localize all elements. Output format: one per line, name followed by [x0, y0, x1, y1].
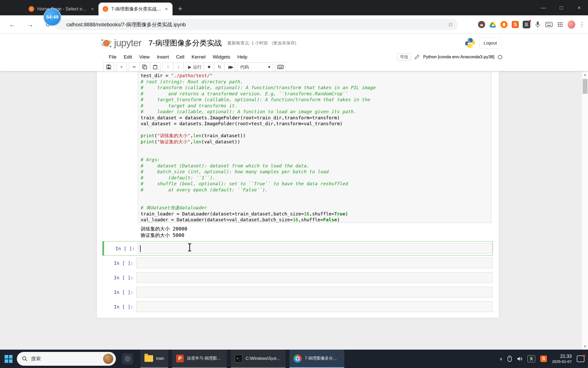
move-cell-up-button[interactable]: ↑ — [163, 62, 173, 72]
notebook-scroll-area[interactable]: test_dir = "./patho/test/"# root (string… — [0, 71, 588, 350]
empty-cell[interactable]: In [ ]: — [102, 256, 493, 270]
pinned-app-icon[interactable] — [122, 353, 133, 364]
taskbar-search-box[interactable]: 搜索 — [17, 352, 116, 366]
start-button[interactable] — [0, 350, 17, 368]
back-button[interactable]: ← — [7, 19, 18, 30]
jupyter-menubar: File Edit View Insert Cell Kernel Widget… — [0, 52, 588, 62]
kernel-name[interactable]: Python [conda env:Anaconda3-py38] — [423, 54, 494, 60]
url-text: calhost:8888/notebooks/7-病理图像多分类实战.ipynb — [66, 21, 448, 28]
scrollbar-up-arrow[interactable]: ▲ — [582, 71, 588, 78]
console-icon: >_ — [235, 355, 242, 362]
cell-prompt: In [ ]: — [103, 260, 136, 266]
taskbar-app-powerpoint[interactable]: P 深度学习-病理图像... — [172, 350, 227, 368]
cell-type-dropdown[interactable]: 代码 ▾ — [237, 62, 273, 72]
menu-insert[interactable]: Insert — [153, 53, 173, 61]
sogou-icon[interactable]: S — [512, 21, 519, 28]
new-tab-button[interactable]: + — [175, 3, 186, 14]
taskbar-clock[interactable]: 21:33 2025-01-07 — [552, 353, 572, 364]
profile-avatar[interactable] — [568, 20, 575, 29]
tray-ime-badge[interactable]: 英 — [528, 355, 535, 362]
menu-help[interactable]: Help — [234, 53, 251, 61]
tab-notebook[interactable]: 7-病理图像多分类实战 - Jupyt… × — [99, 3, 173, 15]
scrollbar[interactable]: ▲ ▼ — [582, 71, 588, 350]
tray-volume-icon[interactable] — [517, 356, 522, 361]
cell-input[interactable] — [136, 301, 493, 312]
jupyter-toolbar: + ✂ ↑ ↓ ▶ 运行 ■ ↻ ▶▶ — [0, 62, 588, 72]
address-bar[interactable]: calhost:8888/notebooks/7-病理图像多分类实战.ipynb… — [55, 19, 458, 30]
restart-run-all-button[interactable]: ▶▶ — [225, 62, 235, 72]
screen: Home Page - Select or create × 7-病理图像多分类… — [0, 0, 588, 368]
ime-language-badge[interactable]: 英 — [523, 21, 530, 28]
browser-toolbar: ← → ↻ calhost:8888/notebooks/7-病理图像多分类实战… — [0, 15, 588, 34]
cell-prompt: In [ ]: — [103, 290, 136, 295]
interrupt-kernel-button[interactable]: ■ — [204, 62, 214, 72]
extension-flame-icon[interactable] — [500, 21, 508, 28]
empty-cell[interactable]: In [ ]: — [102, 270, 493, 285]
text-caret — [140, 245, 141, 252]
scrollbar-down-arrow[interactable]: ▼ — [582, 343, 588, 350]
menu-file[interactable]: File — [105, 53, 120, 61]
command-palette-button[interactable] — [275, 62, 286, 72]
empty-cell[interactable]: In [ ]: — [102, 285, 493, 299]
search-highlight-image[interactable] — [103, 354, 113, 364]
paste-cell-button[interactable] — [150, 62, 161, 72]
code-cell-input[interactable]: test_dir = "./patho/test/"# root (string… — [138, 71, 492, 223]
taskbar-app-console[interactable]: >_ C:\Windows\Syste... — [231, 350, 286, 368]
menu-kernel[interactable]: Kernel — [188, 53, 209, 61]
tray-mouse-icon[interactable] — [508, 356, 512, 362]
windows-logo-icon — [5, 355, 13, 363]
close-button[interactable]: × — [570, 0, 588, 15]
empty-cell-selected[interactable]: In [ ]: — [102, 241, 493, 256]
tab-title: 7-病理图像多分类实战 - Jupyt… — [111, 6, 161, 12]
tab-close-icon[interactable]: × — [90, 6, 94, 12]
tab-home-page[interactable]: Home Page - Select or create × — [24, 3, 99, 15]
notification-center-icon[interactable] — [577, 355, 584, 362]
save-button[interactable] — [103, 62, 114, 72]
empty-cell[interactable]: In [ ]: — [102, 300, 493, 314]
taskbar-app-chrome[interactable]: 7-病理图像多分类... — [289, 350, 344, 368]
jupyter-header: jupyter 7-病理图像多分类实战 最新检查点: 1 小时前 (更改未保存)… — [0, 34, 588, 71]
extension-paw-icon[interactable] — [478, 21, 485, 28]
apps-grid-icon[interactable] — [556, 21, 564, 28]
clock-date: 2025-01-07 — [552, 359, 572, 364]
jupyter-logo-row: jupyter 7-病理图像多分类实战 最新检查点: 1 小时前 (更改未保存)… — [0, 34, 588, 52]
browser-menu-icon[interactable]: ⋮ — [579, 21, 585, 28]
extension-drive-icon[interactable] — [489, 21, 497, 28]
move-cell-down-button[interactable]: ↓ — [173, 62, 184, 72]
menu-view[interactable]: View — [136, 53, 153, 61]
minimize-button[interactable]: — — [534, 0, 552, 15]
bookmark-star-icon[interactable]: ☆ — [448, 21, 453, 28]
edit-pencil-icon — [414, 54, 420, 60]
system-tray: ∧ 英 S 21:33 2025-01-07 — [499, 350, 588, 368]
windows-taskbar: 搜索 train P 深度学习-病理图像... >_ C:\Windows\Sy… — [0, 350, 588, 368]
cell-input[interactable] — [136, 258, 493, 268]
recording-timer-badge[interactable]: 54:49 — [43, 8, 61, 26]
keyboard-icon[interactable] — [545, 21, 553, 28]
menu-widgets[interactable]: Widgets — [209, 53, 234, 61]
trusted-badge[interactable]: 可信 — [397, 53, 411, 61]
scrollbar-thumb[interactable] — [583, 79, 587, 94]
cell-input[interactable] — [136, 272, 493, 283]
menu-cell[interactable]: Cell — [173, 53, 188, 61]
tray-sogou-icon[interactable]: S — [540, 355, 547, 362]
run-cell-button[interactable]: ▶ 运行 — [186, 62, 204, 72]
cell-output-line: 训练集的大小 20000 — [141, 226, 187, 232]
microphone-icon[interactable] — [534, 21, 542, 28]
restart-kernel-button[interactable]: ↻ — [214, 62, 225, 72]
taskbar-app-train[interactable]: train — [140, 350, 168, 368]
maximize-button[interactable]: □ — [552, 0, 570, 15]
logout-button[interactable]: Logout — [479, 38, 501, 49]
add-cell-button[interactable]: + — [116, 62, 127, 72]
notebook-title[interactable]: 7-病理图像多分类实战 — [149, 38, 222, 48]
forward-button[interactable]: → — [24, 19, 36, 30]
cell-output-line: 验证集的大小 5000 — [141, 232, 184, 239]
tab-close-icon[interactable]: × — [164, 6, 168, 12]
copy-cell-button[interactable] — [139, 62, 150, 72]
cell-input[interactable] — [136, 287, 493, 297]
tray-chevron-up-icon[interactable]: ∧ — [499, 356, 503, 362]
code-editor[interactable]: test_dir = "./patho/test/"# root (string… — [141, 73, 489, 223]
cut-cell-button[interactable]: ✂ — [129, 62, 140, 72]
menu-edit[interactable]: Edit — [120, 53, 136, 61]
jupyter-planet-icon — [101, 38, 112, 49]
jupyter-logo[interactable]: jupyter — [101, 38, 141, 49]
